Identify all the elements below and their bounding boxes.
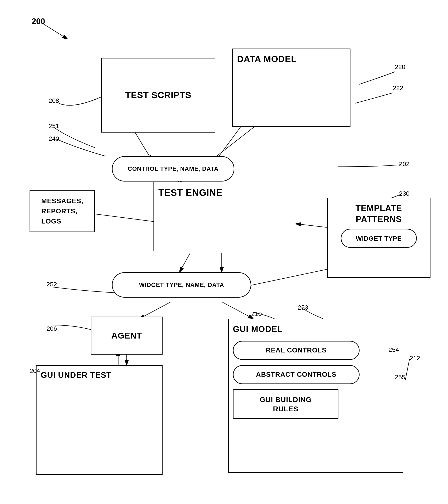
diagram: 200 TEST SCRIPTS 208 251 240 DATA MODEL …	[0, 0, 448, 504]
control-type-oval: CONTROL TYPE, NAME, DATA	[112, 156, 234, 181]
svg-line-7	[89, 213, 154, 222]
label-220: 220	[395, 63, 405, 71]
svg-line-12	[222, 302, 253, 319]
svg-line-8	[296, 224, 332, 228]
messages-text: MESSAGES, REPORTS, LOGS	[41, 196, 83, 226]
widget-type-oval: WIDGET TYPE	[341, 229, 417, 248]
gui-under-test-box: GUI UNDER TEST	[36, 365, 163, 475]
svg-line-2	[42, 23, 68, 39]
gui-model-box: GUI MODEL REAL CONTROLS ABSTRACT CONTROL…	[228, 319, 403, 473]
label-206: 206	[46, 325, 57, 332]
gui-building-rules-box: GUI BUILDING RULES	[233, 389, 338, 419]
real-controls-oval: REAL CONTROLS	[233, 341, 359, 360]
gui-model-title: GUI MODEL	[233, 324, 283, 335]
abstract-controls-oval: ABSTRACT CONTROLS	[233, 365, 359, 384]
label-253: 253	[298, 304, 308, 311]
label-230: 230	[399, 190, 410, 197]
label-255: 255	[395, 374, 405, 381]
label-200: 200	[32, 17, 45, 26]
label-212: 212	[410, 355, 420, 362]
label-251: 251	[49, 122, 59, 130]
messages-reports-logs-box: MESSAGES, REPORTS, LOGS	[30, 190, 95, 232]
test-engine-box: TEST ENGINE	[153, 182, 294, 251]
template-patterns-title: TEMPLATE PATTERNS	[355, 203, 402, 225]
label-210: 210	[251, 310, 262, 317]
template-patterns-box: TEMPLATE PATTERNS WIDGET TYPE	[327, 198, 430, 278]
test-scripts-box: TEST SCRIPTS	[101, 58, 215, 133]
label-254: 254	[389, 346, 399, 353]
svg-line-9	[179, 253, 190, 272]
svg-line-11	[139, 302, 171, 319]
label-204: 204	[30, 367, 40, 374]
widget-type-name-data-oval: WIDGET TYPE, NAME, DATA	[112, 272, 251, 298]
label-240: 240	[49, 135, 59, 142]
label-222: 222	[393, 84, 403, 91]
label-208: 208	[49, 97, 59, 104]
label-202: 202	[399, 161, 410, 168]
agent-box: AGENT	[91, 317, 163, 355]
label-252: 252	[46, 281, 57, 288]
data-model-box: DATA MODEL	[232, 49, 351, 127]
